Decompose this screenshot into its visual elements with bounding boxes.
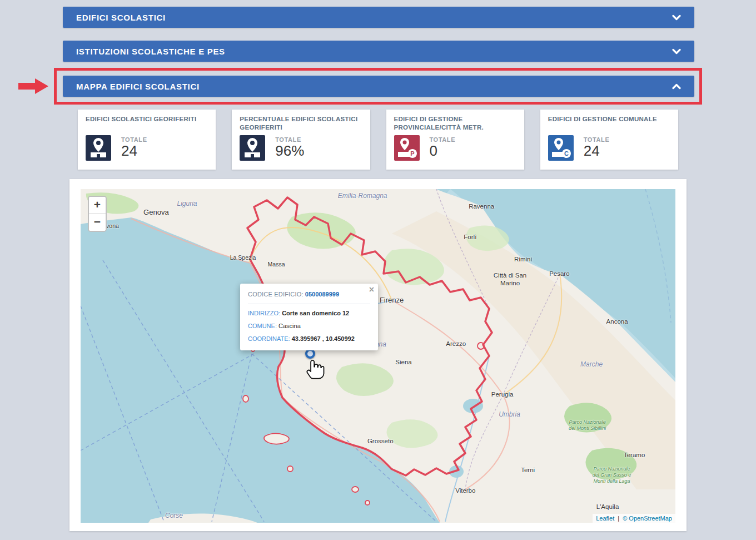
comune-label: COMUNE: [248, 323, 277, 329]
badge-letter: P [410, 150, 414, 157]
leaflet-map[interactable]: GenovaLiguriaavonaLa SpeziaMassaEmilia-R… [81, 189, 675, 523]
school-gear-c-icon: C [548, 135, 574, 161]
school-pin-icon [240, 135, 265, 161]
accordion-label: ISTITUZIONI SCOLASTICHE E PES [76, 47, 225, 56]
accordion-istituzioni-scolastiche[interactable]: ISTITUZIONI SCOLASTICHE E PES [63, 41, 694, 62]
codice-edificio-link[interactable]: 0500089999 [305, 291, 339, 298]
dashboard-page: EDIFICI SCOLASTICI ISTITUZIONI SCOLASTIC… [0, 0, 756, 540]
comune-value: Cascina [278, 323, 301, 329]
chevron-down-icon [672, 14, 681, 21]
stat-card-gestione-provinciale: EDIFICI DI GESTIONE PROVINCIALE/CITTÀ ME… [386, 110, 524, 170]
stat-card-georiferiti: EDIFICI SCOLASTICI GEORIFERITI TOTALE 24 [78, 110, 216, 170]
stat-title: EDIFICI DI GESTIONE PROVINCIALE/CITTÀ ME… [394, 115, 516, 132]
stat-card-percentuale-georiferiti: PERCENTUALE EDIFICI SCOLASTICI GEORIFERI… [232, 110, 370, 170]
map-panel: GenovaLiguriaavonaLa SpeziaMassaEmilia-R… [69, 179, 687, 531]
openstreetmap-link[interactable]: © OpenStreetMap [623, 515, 672, 522]
stat-value: 0 [430, 143, 456, 160]
coordinate-label: COORDINATE: [248, 335, 290, 342]
stat-value: 24 [584, 143, 610, 160]
stat-title: EDIFICI DI GESTIONE COMUNALE [548, 115, 670, 132]
popup-close-button[interactable]: × [369, 285, 374, 294]
accordion-edifici-scolastici[interactable]: EDIFICI SCOLASTICI [63, 7, 694, 28]
map-canvas [81, 189, 675, 523]
indirizzo-value: Corte san domenico 12 [282, 310, 349, 316]
coordinate-value: 43.395967 , 10.450992 [292, 335, 355, 342]
stat-title: PERCENTUALE EDIFICI SCOLASTICI GEORIFERI… [240, 115, 362, 132]
popup-tail [303, 344, 314, 350]
stat-value: 96% [275, 143, 304, 160]
zoom-control: + − [88, 196, 107, 232]
school-gear-p-icon: P [394, 135, 420, 161]
chevron-up-icon [672, 83, 681, 90]
stat-value: 24 [121, 143, 147, 160]
stat-title: EDIFICI SCOLASTICI GEORIFERITI [86, 115, 208, 132]
accordion-label: EDIFICI SCOLASTICI [76, 13, 166, 22]
school-pin-icon [86, 135, 111, 161]
zoom-in-button[interactable]: + [89, 197, 106, 214]
map-popup: × CODICE EDIFICIO: 0500089999 INDIRIZZO:… [240, 284, 378, 350]
chevron-down-icon [672, 48, 681, 55]
accordion-mappa-edifici-scolastici[interactable]: MAPPA EDIFICI SCOLASTICI [63, 76, 694, 97]
map-attribution: Leaflet | © OpenStreetMap [593, 514, 675, 523]
indirizzo-label: INDIRIZZO: [248, 310, 280, 316]
accordion-label: MAPPA EDIFICI SCOLASTICI [76, 82, 200, 91]
zoom-out-button[interactable]: − [89, 214, 106, 231]
stat-card-gestione-comunale: EDIFICI DI GESTIONE COMUNALE C TOTALE 24 [540, 110, 678, 170]
stats-row: EDIFICI SCOLASTICI GEORIFERITI TOTALE 24… [78, 110, 678, 170]
badge-letter: C [564, 150, 569, 157]
codice-edificio-label: CODICE EDIFICIO: [248, 291, 304, 298]
leaflet-link[interactable]: Leaflet [596, 515, 614, 522]
popup-divider [248, 304, 370, 304]
attribution-separator: | [618, 515, 619, 522]
annotation-arrow-icon [18, 77, 49, 95]
hand-cursor-icon [305, 356, 325, 380]
